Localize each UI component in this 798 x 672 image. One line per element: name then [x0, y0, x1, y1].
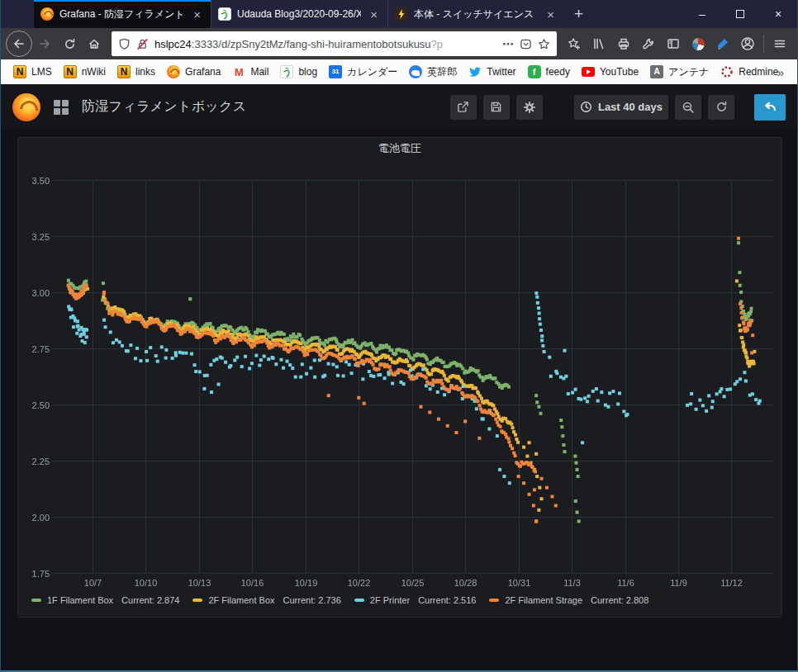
bookmark-item[interactable]: Grafana [161, 63, 226, 81]
grafana-favicon-icon [40, 7, 54, 21]
bookmark-star-plus-button[interactable] [562, 31, 587, 56]
bookmark-item[interactable]: うblog [274, 63, 323, 81]
legend-series-name: 2F Printer [370, 595, 410, 605]
settings-button[interactable] [516, 95, 543, 120]
legend-color-dash [31, 599, 41, 602]
extension-pencil-icon [716, 37, 729, 50]
chart-legend: 1F Filament BoxCurrent: 2.8742F Filament… [31, 595, 648, 605]
navigation-toolbar: hslpc24:3333/d/zpSny2tMz/fang-shi-huiram… [1, 28, 797, 59]
panel-title[interactable]: 電池電圧 [18, 138, 781, 159]
forward-button[interactable] [32, 31, 57, 56]
wrench-icon [642, 37, 655, 50]
zoom-out-button[interactable] [675, 95, 701, 120]
bookmark-star-plus-icon [568, 37, 581, 50]
antenna-favicon-icon: A [650, 65, 663, 78]
dashboard-title[interactable]: 防湿フィラメントボックス [82, 98, 246, 116]
close-tab-icon[interactable]: × [190, 7, 204, 21]
url-query: ?p [431, 38, 443, 50]
legend-series-name: 1F Filament Box [47, 595, 113, 605]
maximize-button[interactable] [721, 0, 759, 28]
legend-item[interactable]: 2F Filament BoxCurrent: 2.736 [192, 595, 340, 605]
n-badge-favicon-icon: N [13, 65, 26, 78]
url-bar[interactable]: hslpc24:3333/d/zpSny2tMz/fang-shi-huiram… [112, 31, 557, 56]
account-button[interactable] [735, 31, 760, 56]
close-tab-icon[interactable]: × [544, 7, 558, 21]
extension-circle-icon [692, 38, 705, 50]
gear-icon [523, 101, 536, 114]
bookmark-item[interactable]: Twitter [463, 63, 521, 81]
legend-color-dash [354, 599, 364, 602]
time-range-button[interactable]: Last 40 days [574, 95, 668, 120]
refresh-button[interactable] [708, 95, 734, 120]
back-icon [12, 37, 26, 50]
bookmark-item[interactable]: MMail [226, 63, 274, 81]
extension-pencil-button[interactable] [710, 31, 735, 56]
forward-icon [38, 37, 51, 50]
tab-title: 本体 - スイッチサイエンス [414, 7, 538, 21]
bookmark-label: アンテナ [668, 65, 709, 79]
pocket-icon[interactable] [520, 38, 532, 50]
bookmark-item[interactable]: 英辞郎 [403, 63, 463, 82]
tab-blog[interactable]: う Udauda Blog3/2020-09-26/XIA × [211, 0, 387, 28]
bookmark-item[interactable]: ffeedy [522, 63, 576, 81]
maximize-icon [736, 10, 744, 18]
bookmark-item[interactable]: Aアンテナ [644, 63, 715, 82]
grafana-favicon-icon [167, 65, 180, 78]
save-button[interactable] [483, 95, 510, 120]
grafana-logo-icon[interactable] [12, 93, 40, 121]
home-icon [88, 37, 101, 50]
print-button[interactable] [611, 31, 636, 56]
bookmark-item[interactable]: Nlinks [112, 63, 161, 81]
bookmarks-bar: NLMSNnWikiNlinksGrafanaMMailうblog31カレンダー… [1, 59, 797, 84]
home-button[interactable] [82, 31, 107, 56]
bookmark-item[interactable]: NLMS [7, 63, 58, 81]
url-text[interactable]: hslpc24:3333/d/zpSny2tMz/fang-shi-huiram… [154, 38, 496, 50]
extension-circle-button[interactable] [686, 31, 710, 56]
legend-item[interactable]: 2F Filament StrageCurrent: 2.808 [489, 595, 648, 605]
calendar-favicon-icon: 31 [329, 65, 342, 78]
tab-title: Udauda Blog3/2020-09-26/XIA [237, 8, 361, 20]
scatter-chart-canvas[interactable] [18, 159, 783, 592]
dashboard-grid-icon[interactable] [54, 100, 69, 115]
tab-grafana[interactable]: Grafana - 防湿フィラメントボックス × [34, 0, 211, 28]
insecure-lock-icon[interactable] [136, 38, 149, 50]
minimize-button[interactable]: – [683, 0, 721, 28]
window-controls: – × [683, 0, 797, 28]
bookmark-item[interactable]: NnWiki [58, 63, 112, 81]
bookmark-label: カレンダー [347, 65, 397, 79]
bookmarks-overflow-icon[interactable]: » [771, 65, 791, 79]
page-actions-icon[interactable]: ⋯ [502, 37, 514, 50]
url-host: hslpc24 [154, 38, 192, 50]
close-tab-icon[interactable]: × [367, 7, 381, 21]
bookmark-item[interactable]: 31カレンダー [323, 63, 403, 82]
new-tab-button[interactable]: + [564, 3, 593, 25]
sidebar-button[interactable] [661, 31, 686, 56]
wrench-button[interactable] [636, 31, 661, 56]
bookmark-label: YouTube [600, 66, 639, 78]
legend-current-value: Current: 2.516 [418, 595, 476, 605]
u-blog-favicon-icon: う [218, 7, 231, 21]
n-badge-favicon-icon: N [64, 65, 77, 78]
legend-item[interactable]: 2F PrinterCurrent: 2.516 [354, 595, 477, 605]
shield-icon[interactable] [118, 38, 131, 50]
bookmark-item[interactable]: YouTube [576, 64, 644, 80]
bookmark-star-icon[interactable] [538, 38, 550, 50]
legend-item[interactable]: 1F Filament BoxCurrent: 2.874 [31, 595, 179, 605]
browser-window: Grafana - 防湿フィラメントボックス × う Udauda Blog3/… [0, 0, 798, 672]
bookmark-label: 英辞郎 [427, 65, 457, 79]
grafana-navbar: 防湿フィラメントボックス Last 40 days [1, 84, 797, 130]
close-window-button[interactable]: × [759, 0, 797, 28]
legend-current-value: Current: 2.736 [283, 595, 341, 605]
menu-button[interactable] [767, 31, 792, 56]
back-to-dashboard-button[interactable] [754, 94, 786, 121]
legend-series-name: 2F Filament Strage [505, 595, 582, 605]
tab-switch-science[interactable]: 本体 - スイッチサイエンス × [387, 0, 564, 28]
reload-button[interactable] [57, 31, 82, 56]
refresh-icon [715, 101, 728, 113]
library-button[interactable] [587, 31, 611, 56]
back-button[interactable] [6, 31, 32, 57]
switch-science-favicon-icon [395, 7, 408, 21]
bookmark-label: blog [298, 66, 317, 78]
share-button[interactable] [450, 95, 477, 120]
legend-color-dash [192, 599, 202, 602]
